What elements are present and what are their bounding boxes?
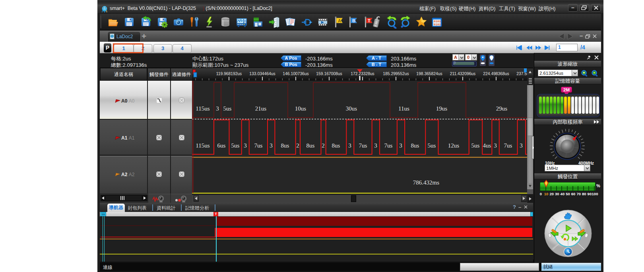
svg-text:115us: 115us [196, 142, 209, 149]
svg-text:4us: 4us [483, 142, 491, 149]
svg-text:5us: 5us [428, 142, 436, 149]
svg-text:146.100736us: 146.100736us [283, 72, 308, 76]
svg-text:133.034464us: 133.034464us [249, 72, 275, 76]
svg-text:0101: 0101 [434, 23, 441, 26]
svg-text:185.299552us: 185.299552us [383, 72, 409, 76]
svg-text:172.23328us: 172.23328us [351, 72, 374, 76]
svg-text:7us: 7us [254, 142, 263, 149]
svg-text:19us: 19us [436, 105, 448, 112]
svg-text:29us: 29us [496, 105, 508, 112]
svg-text:7us: 7us [384, 142, 393, 149]
svg-text:7us: 7us [504, 142, 512, 149]
svg-text:2: 2 [296, 142, 299, 149]
svg-text:-: - [594, 70, 595, 74]
svg-text:3: 3 [348, 142, 351, 149]
svg-text:2: 2 [322, 142, 325, 149]
svg-text:5us: 5us [223, 105, 232, 112]
svg-text:+: + [583, 71, 585, 75]
svg-text:159.167008us: 159.167008us [316, 72, 342, 76]
svg-text:8us: 8us [281, 142, 289, 149]
svg-text:115us: 115us [196, 105, 209, 112]
svg-text:198.365824us: 198.365824us [416, 72, 442, 76]
svg-text:3: 3 [270, 142, 273, 149]
svg-text:3: 3 [244, 142, 247, 149]
svg-text:10us: 10us [295, 105, 306, 112]
svg-text:3: 3 [216, 105, 219, 112]
svg-text:8us: 8us [332, 142, 340, 149]
svg-text:B: B [352, 18, 355, 23]
svg-text:5us: 5us [471, 142, 480, 149]
svg-text:7us: 7us [359, 142, 367, 149]
svg-text:3: 3 [374, 142, 377, 149]
svg-text:6us: 6us [217, 142, 226, 149]
svg-text:11us: 11us [398, 105, 409, 112]
svg-text:8us: 8us [411, 142, 419, 149]
svg-text:786.432ms: 786.432ms [413, 179, 439, 186]
svg-text:119.968192us: 119.968192us [216, 72, 242, 76]
svg-text:12us: 12us [448, 142, 460, 149]
svg-text:T: T [368, 18, 370, 23]
svg-text:211.432096us: 211.432096us [450, 72, 476, 76]
svg-text:30us: 30us [346, 105, 357, 112]
svg-text:0101: 0101 [434, 20, 441, 23]
svg-text:21us: 21us [255, 105, 267, 112]
svg-text:8us: 8us [306, 142, 315, 149]
svg-text:224.498368us: 224.498368us [483, 72, 509, 76]
svg-text:A: A [338, 18, 341, 23]
svg-text:3: 3 [520, 142, 523, 149]
svg-text:5us: 5us [231, 142, 240, 149]
svg-text:3: 3 [399, 142, 402, 149]
svg-text:3: 3 [494, 142, 497, 149]
